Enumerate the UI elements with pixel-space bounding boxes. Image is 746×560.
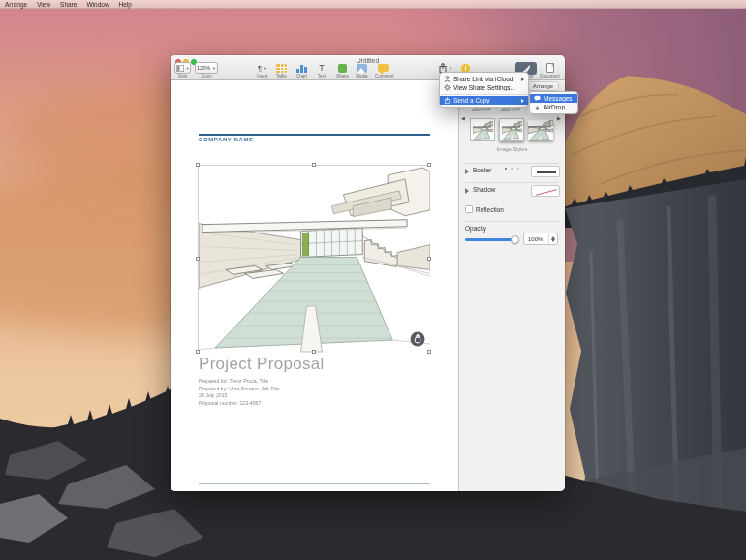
menu-item-label: Send a Copy bbox=[453, 97, 518, 104]
chart-icon bbox=[296, 64, 307, 73]
chart-button-label: Chart bbox=[295, 74, 308, 78]
media-button[interactable] bbox=[356, 62, 368, 74]
document-button[interactable] bbox=[539, 62, 561, 74]
insert-button-label: Insert bbox=[254, 74, 271, 78]
insert-button[interactable]: ¶▼ bbox=[254, 62, 271, 74]
text-button-label: Text bbox=[316, 74, 327, 78]
border-style-well[interactable] bbox=[531, 166, 560, 177]
selection-handle-bottom-mid[interactable] bbox=[312, 350, 316, 354]
divider bbox=[465, 182, 559, 183]
shadow-preview-line bbox=[536, 189, 557, 196]
opacity-slider-fill bbox=[465, 238, 515, 241]
comment-button[interactable] bbox=[375, 62, 391, 74]
send-a-copy-submenu: Messages AirDrop bbox=[529, 91, 578, 114]
proposal-number-text[interactable]: Proposal number: 123-4567 bbox=[199, 400, 261, 406]
reflection-checkbox[interactable] bbox=[465, 205, 473, 213]
opacity-label: Opacity bbox=[465, 225, 486, 232]
menubar-item-view[interactable]: View bbox=[32, 0, 55, 9]
proposal-title-text[interactable]: Project Proposal bbox=[199, 355, 325, 374]
selection-handle-top-mid[interactable] bbox=[312, 163, 316, 167]
share-link-icon bbox=[444, 76, 451, 82]
menu-item-share-link-icloud[interactable]: Share Link via iCloud bbox=[440, 75, 528, 83]
date-text[interactable]: 24 July 2015 bbox=[199, 392, 227, 398]
airdrop-icon bbox=[534, 104, 541, 110]
selection-handle-mid-right[interactable] bbox=[427, 257, 431, 261]
insert-icon: ¶ bbox=[258, 64, 262, 73]
shape-icon bbox=[338, 64, 347, 73]
messages-icon bbox=[534, 95, 541, 102]
stepper-down-icon[interactable] bbox=[551, 239, 555, 242]
submenu-item-airdrop[interactable]: AirDrop bbox=[530, 103, 577, 111]
menu-separator bbox=[441, 94, 527, 95]
image-style-thumb-6[interactable] bbox=[528, 120, 553, 140]
selection-handle-mid-left[interactable] bbox=[196, 257, 200, 261]
format-inspector: Arrange ◀ ▶ Image Styles Border Shadow bbox=[459, 80, 565, 491]
selection-handle-bottom-right[interactable] bbox=[427, 350, 431, 354]
text-button[interactable]: T bbox=[316, 62, 327, 74]
selection-handle-top-left[interactable] bbox=[196, 163, 200, 167]
opacity-value: 100% bbox=[528, 236, 543, 242]
menu-item-label: Share Link via iCloud bbox=[453, 76, 518, 82]
header-rule bbox=[199, 134, 430, 136]
opacity-value-field[interactable]: 100% bbox=[523, 233, 558, 245]
menu-item-view-share-settings[interactable]: View Share Settings... bbox=[440, 83, 528, 92]
menu-item-send-a-copy[interactable]: Send a Copy bbox=[440, 96, 528, 105]
carousel-next-icon[interactable]: ▶ bbox=[557, 115, 561, 121]
document-canvas[interactable]: COMPANY NAME Project Prop bbox=[171, 80, 457, 491]
text-icon: T bbox=[319, 63, 325, 73]
submenu-arrow-icon bbox=[521, 78, 524, 81]
shadow-label: Shadow bbox=[473, 186, 496, 193]
border-preview-line bbox=[537, 171, 556, 173]
menu-item-label: View Share Settings... bbox=[453, 84, 524, 91]
document-button-label: Document bbox=[539, 74, 561, 78]
border-disclosure-icon[interactable] bbox=[465, 169, 469, 174]
menubar-item-window[interactable]: Window bbox=[81, 0, 113, 9]
document-icon bbox=[546, 63, 554, 73]
share-menu: Share Link via iCloud View Share Setting… bbox=[439, 72, 529, 108]
table-button-label: Table bbox=[275, 74, 288, 78]
shape-button-label: Shape bbox=[336, 74, 348, 78]
submenu-item-label: AirDrop bbox=[544, 104, 574, 110]
submenu-item-label: Messages bbox=[544, 95, 574, 102]
table-icon bbox=[276, 64, 287, 73]
selection-handle-top-right[interactable] bbox=[427, 163, 431, 167]
shadow-style-well[interactable] bbox=[531, 185, 560, 197]
image-style-thumb-4[interactable] bbox=[470, 118, 495, 141]
table-button[interactable] bbox=[275, 62, 288, 74]
shadow-disclosure-icon[interactable] bbox=[465, 188, 469, 194]
submenu-arrow-icon bbox=[521, 99, 524, 103]
proposal-image[interactable] bbox=[198, 165, 429, 352]
prepared-for-text[interactable]: Prepared for: Trenz Pruca, Title bbox=[199, 378, 268, 384]
menubar-item-help[interactable]: Help bbox=[114, 0, 137, 9]
tab-arrange[interactable]: Arrange bbox=[527, 81, 559, 91]
border-label: Border bbox=[473, 167, 492, 173]
divider bbox=[465, 163, 559, 164]
menubar-item-share[interactable]: Share bbox=[55, 0, 81, 9]
opacity-slider-thumb[interactable] bbox=[511, 235, 519, 244]
zoom-value: 125% bbox=[197, 65, 210, 71]
media-button-label: Media bbox=[356, 74, 368, 78]
gear-icon bbox=[444, 84, 451, 91]
pages-window: Untitled ▼ View 125%▼ Zoom ¶▼ Insert Tab… bbox=[171, 55, 565, 491]
zoom-dropdown[interactable]: 125%▼ bbox=[195, 62, 218, 74]
menubar-item-arrange[interactable]: Arrange bbox=[0, 0, 32, 9]
divider bbox=[465, 202, 559, 202]
view-button[interactable]: ▼ bbox=[174, 62, 191, 74]
opacity-stepper[interactable] bbox=[548, 233, 557, 244]
company-name-text[interactable]: COMPANY NAME bbox=[199, 137, 254, 142]
view-icon bbox=[176, 65, 184, 72]
chart-button[interactable] bbox=[295, 62, 308, 74]
shape-button[interactable] bbox=[336, 62, 348, 74]
image-style-thumb-5[interactable] bbox=[499, 118, 524, 141]
send-copy-icon bbox=[444, 97, 451, 104]
opacity-slider[interactable] bbox=[465, 238, 519, 241]
submenu-item-messages[interactable]: Messages bbox=[530, 94, 577, 103]
footer-rule bbox=[199, 483, 430, 484]
prepared-by-text[interactable]: Prepared by: Urna Semper, Job Title bbox=[199, 386, 280, 391]
divider bbox=[465, 221, 559, 222]
media-replace-badge bbox=[411, 332, 425, 347]
selection-handle-bottom-left[interactable] bbox=[196, 350, 200, 354]
menu-bar: Arrange View Share Window Help bbox=[0, 0, 746, 9]
architecture-sketch bbox=[199, 166, 430, 353]
carousel-prev-icon[interactable]: ◀ bbox=[461, 115, 465, 121]
